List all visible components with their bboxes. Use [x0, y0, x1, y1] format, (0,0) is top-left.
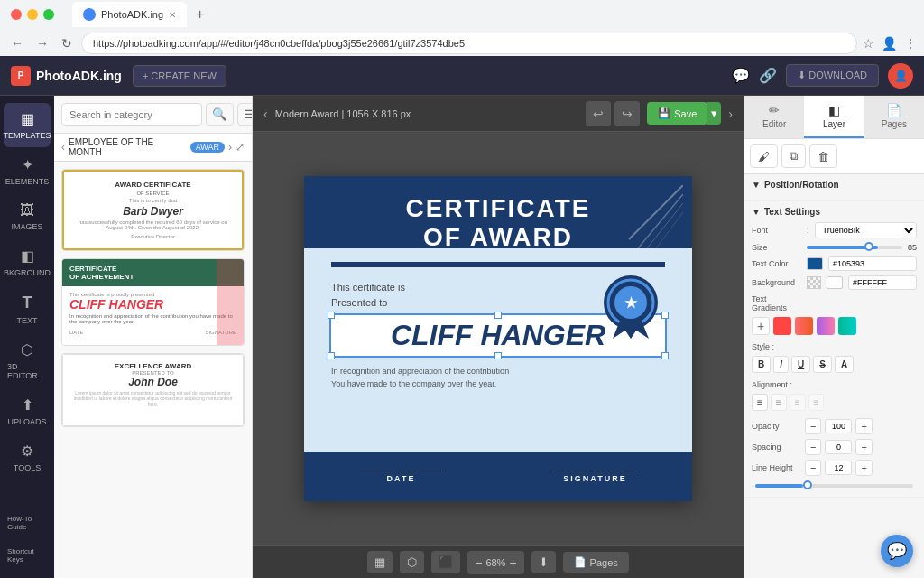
- delete-tool-btn[interactable]: 🗑: [809, 144, 837, 168]
- line-height-slider[interactable]: [755, 484, 913, 488]
- bookmark-icon[interactable]: ☆: [863, 36, 874, 51]
- text-settings-header[interactable]: ▼ Text Settings: [752, 207, 917, 217]
- allcaps-button[interactable]: A: [835, 356, 854, 373]
- zoom-in-button[interactable]: +: [509, 555, 516, 570]
- zoom-out-button[interactable]: −: [475, 555, 482, 570]
- opacity-increase-button[interactable]: +: [855, 418, 872, 434]
- download-small-btn[interactable]: ⬇: [531, 551, 556, 573]
- sidebar-item-text[interactable]: T TEXT: [4, 286, 51, 332]
- gradient-red[interactable]: [773, 317, 791, 335]
- present-btn[interactable]: ⬛: [431, 551, 460, 573]
- category-next-button[interactable]: ›: [228, 141, 232, 154]
- handle-tc[interactable]: [494, 312, 502, 319]
- align-left-button[interactable]: ≡: [752, 394, 768, 411]
- user-avatar-button[interactable]: 👤: [888, 63, 913, 89]
- copy-tool-btn[interactable]: ⧉: [781, 144, 806, 168]
- spacing-value[interactable]: 0: [825, 440, 852, 454]
- text-color-swatch[interactable]: [807, 257, 823, 270]
- redo-button[interactable]: ↪: [614, 101, 640, 126]
- font-select[interactable]: TruenoBIk: [815, 222, 917, 238]
- search-button[interactable]: 🔍: [206, 103, 234, 126]
- handle-bc[interactable]: [494, 352, 502, 359]
- address-bar-input[interactable]: [81, 33, 857, 54]
- create-new-button[interactable]: + CREATE NEW: [133, 65, 226, 87]
- category-prev-button[interactable]: ‹: [61, 141, 65, 154]
- download-button[interactable]: ⬇ DOWNLOAD: [786, 64, 879, 87]
- pages-button[interactable]: 📄 Pages: [563, 552, 629, 573]
- search-input[interactable]: [61, 103, 202, 126]
- line-height-slider-thumb[interactable]: [803, 480, 812, 489]
- refresh-button[interactable]: ↻: [58, 34, 76, 52]
- profile-icon[interactable]: 👤: [882, 36, 897, 51]
- handle-bl[interactable]: [328, 352, 335, 359]
- grid-view-btn[interactable]: ▦: [367, 551, 393, 573]
- certificate-canvas[interactable]: CERTIFICATE OF AWARD This certificate is…: [304, 176, 692, 501]
- background-checkerboard[interactable]: [807, 276, 821, 289]
- maximize-window-btn[interactable]: [43, 9, 54, 20]
- size-slider-thumb[interactable]: [864, 242, 873, 251]
- align-center-button[interactable]: ≡: [771, 394, 787, 411]
- sidebar-item-uploads[interactable]: ⬆ UPLOADS: [4, 389, 51, 434]
- template-card-3[interactable]: EXCELLENCE AWARD PRESENTED TO John Doe L…: [61, 353, 245, 427]
- chat-bubble-button[interactable]: 💬: [881, 535, 913, 567]
- sidebar-item-images[interactable]: 🖼 IMAGES: [4, 195, 51, 238]
- tab-layer[interactable]: ◧ Layer: [804, 96, 864, 138]
- align-right-button[interactable]: ≡: [790, 394, 806, 411]
- new-tab-button[interactable]: +: [190, 5, 209, 24]
- background-color-swatch[interactable]: [827, 276, 843, 289]
- tools-label: TOOLS: [14, 463, 41, 472]
- sidebar-item-shortcuts[interactable]: Shortcut Keys: [4, 540, 51, 571]
- template-card-1[interactable]: AWARD CERTIFICATE OF SERVICE This is to …: [61, 169, 245, 251]
- gradient-purple[interactable]: [817, 317, 835, 335]
- line-height-increase-button[interactable]: +: [855, 460, 872, 476]
- undo-button[interactable]: ↩: [586, 101, 611, 126]
- background-hex-value[interactable]: #FFFFFF: [848, 275, 917, 290]
- save-button[interactable]: 💾 Save: [647, 102, 707, 125]
- sidebar-item-tools[interactable]: ⚙ TOOLS: [4, 435, 51, 480]
- tab-pages[interactable]: 📄 Pages: [864, 96, 924, 138]
- message-icon-button[interactable]: 💬: [732, 67, 750, 84]
- bold-button[interactable]: B: [752, 356, 771, 373]
- zoom-control: − 68% +: [467, 551, 523, 574]
- text-color-value[interactable]: #105393: [828, 256, 917, 271]
- paint-tool-btn[interactable]: 🖌: [750, 144, 778, 168]
- sidebar-item-background[interactable]: ◧ BKGROUND: [4, 240, 51, 284]
- position-rotation-header[interactable]: ▼ Position/Rotation: [752, 180, 917, 190]
- gradient-green[interactable]: [838, 317, 856, 335]
- sidebar-item-elements[interactable]: ✦ ELEMENTS: [4, 149, 51, 193]
- save-dropdown-button[interactable]: ▾: [707, 102, 721, 125]
- spacing-increase-button[interactable]: +: [855, 439, 872, 455]
- strikethrough-button[interactable]: S: [813, 356, 832, 373]
- forward-button[interactable]: →: [32, 34, 52, 52]
- gradient-add-button[interactable]: +: [752, 317, 770, 335]
- back-button[interactable]: ←: [7, 34, 27, 52]
- tab-close-btn[interactable]: ✕: [169, 10, 176, 20]
- share-icon-button[interactable]: 🔗: [759, 67, 777, 84]
- size-slider[interactable]: [807, 246, 902, 249]
- sidebar-item-how-to[interactable]: How-To Guide: [4, 508, 51, 538]
- tab-editor[interactable]: ✏ Editor: [744, 96, 804, 138]
- browser-tab[interactable]: PhotoADK.ing ✕: [72, 2, 187, 27]
- grid-view-button[interactable]: ☰: [237, 103, 253, 126]
- italic-button[interactable]: I: [773, 356, 789, 373]
- close-window-btn[interactable]: [11, 9, 22, 20]
- opacity-decrease-button[interactable]: −: [805, 418, 821, 434]
- align-justify-button[interactable]: ≡: [808, 394, 825, 411]
- line-height-value[interactable]: 12: [825, 461, 852, 475]
- sidebar-item-templates[interactable]: ▦ TEMPLATES: [4, 103, 51, 147]
- opacity-value[interactable]: 100: [825, 419, 852, 434]
- category-expand-button[interactable]: ⤢: [236, 141, 245, 154]
- minimize-window-btn[interactable]: [27, 9, 38, 20]
- line-height-decrease-button[interactable]: −: [805, 460, 821, 476]
- sidebar-item-3d-editor[interactable]: ⬡ 3D EDITOR: [4, 334, 51, 387]
- spacing-decrease-button[interactable]: −: [805, 439, 821, 455]
- canvas-prev-button[interactable]: ‹: [263, 107, 268, 121]
- gradient-orange[interactable]: [795, 317, 813, 335]
- underline-button[interactable]: U: [791, 356, 810, 373]
- handle-tl[interactable]: [328, 312, 335, 319]
- menu-icon[interactable]: ⋮: [904, 36, 917, 51]
- 3d-editor-icon: ⬡: [21, 341, 33, 359]
- shape-tool-btn[interactable]: ⬡: [400, 551, 424, 573]
- template-card-2[interactable]: CERTIFICATEOF ACHIEVEMENT This certifica…: [61, 258, 245, 346]
- canvas-next-button[interactable]: ›: [728, 107, 733, 121]
